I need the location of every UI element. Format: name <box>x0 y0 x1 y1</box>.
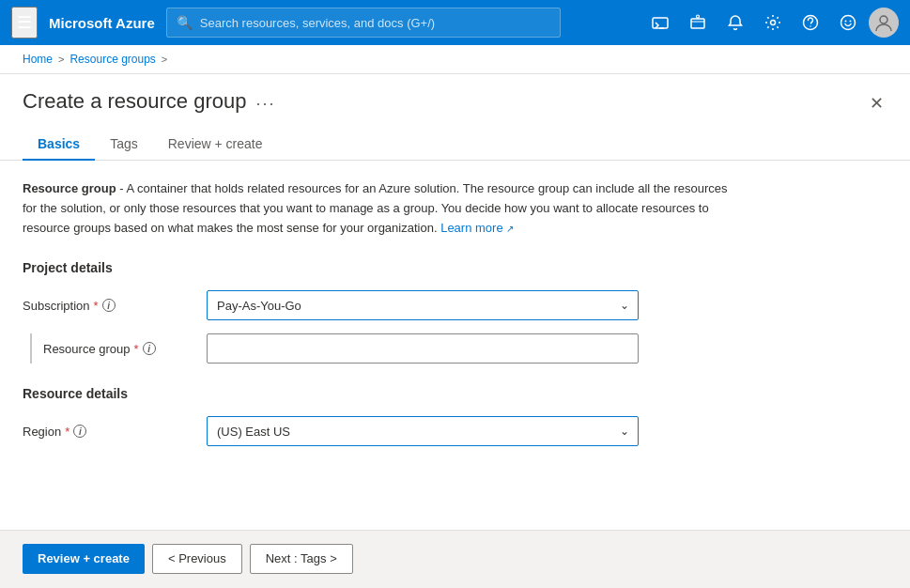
resource-group-row: Resource group * i <box>23 333 887 364</box>
topnav-icon-group <box>643 6 899 39</box>
svg-point-3 <box>697 15 700 18</box>
description-highlight: Resource group <box>23 181 116 195</box>
svg-point-10 <box>850 21 852 23</box>
avatar-icon <box>874 13 893 32</box>
directory-button[interactable] <box>681 6 715 39</box>
resource-details-title: Resource details <box>23 386 887 401</box>
subscription-info-icon[interactable]: i <box>102 299 116 312</box>
feedback-button[interactable] <box>831 6 865 39</box>
resource-group-info-icon[interactable]: i <box>143 342 156 355</box>
search-box[interactable]: 🔍 <box>166 8 561 38</box>
panel-title-row: Create a resource group ··· <box>23 89 275 114</box>
indent-line <box>30 333 32 364</box>
subscription-required: * <box>94 299 99 313</box>
cloud-shell-icon <box>652 14 669 31</box>
user-avatar[interactable] <box>869 8 899 38</box>
main-panel: Create a resource group ··· ✕ Basics Tag… <box>0 74 910 586</box>
hamburger-menu-button[interactable]: ☰ <box>11 7 38 39</box>
resource-group-required: * <box>134 342 139 356</box>
breadcrumb-sep-2: > <box>162 54 167 65</box>
region-control: (US) East US(US) West US(US) West US 2(E… <box>207 416 639 446</box>
notifications-button[interactable] <box>718 6 752 39</box>
panel-header: Create a resource group ··· ✕ <box>0 74 910 117</box>
svg-point-11 <box>880 16 887 23</box>
panel-more-options[interactable]: ··· <box>255 94 275 114</box>
project-details-section: Project details Subscription * i Pay-As-… <box>23 260 887 364</box>
region-required: * <box>65 425 69 439</box>
bottom-toolbar: Review + create < Previous Next : Tags > <box>0 530 910 586</box>
subscription-label: Subscription * i <box>23 299 192 313</box>
app-title: Microsoft Azure <box>49 15 155 31</box>
settings-button[interactable] <box>756 6 790 39</box>
bell-icon <box>727 14 744 31</box>
resource-group-label: Resource group * i <box>43 342 156 356</box>
breadcrumb-resource-groups[interactable]: Resource groups <box>69 53 155 66</box>
region-select[interactable]: (US) East US(US) West US(US) West US 2(E… <box>207 416 639 446</box>
next-button[interactable]: Next : Tags > <box>250 544 353 574</box>
panel-close-button[interactable]: ✕ <box>866 89 887 117</box>
description-text: Resource group - A container that holds … <box>23 179 736 238</box>
tab-review-create[interactable]: Review + create <box>153 129 278 161</box>
gear-icon <box>764 14 781 31</box>
resource-details-section: Resource details Region * i (US) East US… <box>23 386 887 446</box>
svg-rect-2 <box>691 19 704 28</box>
directory-icon <box>689 14 706 31</box>
help-button[interactable] <box>794 6 827 39</box>
tab-basics[interactable]: Basics <box>23 129 95 161</box>
subscription-row: Subscription * i Pay-As-You-Go ⌄ <box>23 290 887 320</box>
region-label: Region * i <box>23 425 192 439</box>
region-row: Region * i (US) East US(US) West US(US) … <box>23 416 887 446</box>
breadcrumb: Home > Resource groups > <box>0 45 910 74</box>
tab-bar: Basics Tags Review + create <box>0 117 910 161</box>
resource-group-input[interactable] <box>207 333 639 364</box>
svg-point-9 <box>845 21 847 23</box>
tab-tags[interactable]: Tags <box>95 129 153 161</box>
subscription-select[interactable]: Pay-As-You-Go <box>207 290 639 320</box>
previous-button[interactable]: < Previous <box>152 544 242 574</box>
breadcrumb-home[interactable]: Home <box>23 53 53 66</box>
external-link-icon: ↗ <box>506 224 514 234</box>
top-navigation: ☰ Microsoft Azure 🔍 <box>0 0 910 45</box>
panel-title: Create a resource group <box>23 89 246 114</box>
svg-point-7 <box>810 25 811 27</box>
breadcrumb-sep-1: > <box>58 54 64 65</box>
svg-rect-0 <box>653 18 668 28</box>
svg-point-8 <box>841 16 856 30</box>
search-icon: 🔍 <box>177 15 193 30</box>
project-details-title: Project details <box>23 260 887 275</box>
learn-more-link[interactable]: Learn more ↗ <box>440 221 514 235</box>
help-icon <box>802 14 819 31</box>
panel-content: Resource group - A container that holds … <box>0 161 910 530</box>
subscription-control: Pay-As-You-Go ⌄ <box>207 290 639 320</box>
region-info-icon[interactable]: i <box>73 425 86 438</box>
description-body: - A container that holds related resourc… <box>23 181 728 235</box>
resource-group-label-wrapper: Resource group * i <box>23 333 192 364</box>
svg-point-5 <box>771 21 776 25</box>
feedback-icon <box>840 14 856 31</box>
cloud-shell-button[interactable] <box>643 6 677 39</box>
search-input[interactable] <box>200 16 550 30</box>
review-create-button[interactable]: Review + create <box>23 544 145 574</box>
resource-group-control <box>207 333 639 364</box>
